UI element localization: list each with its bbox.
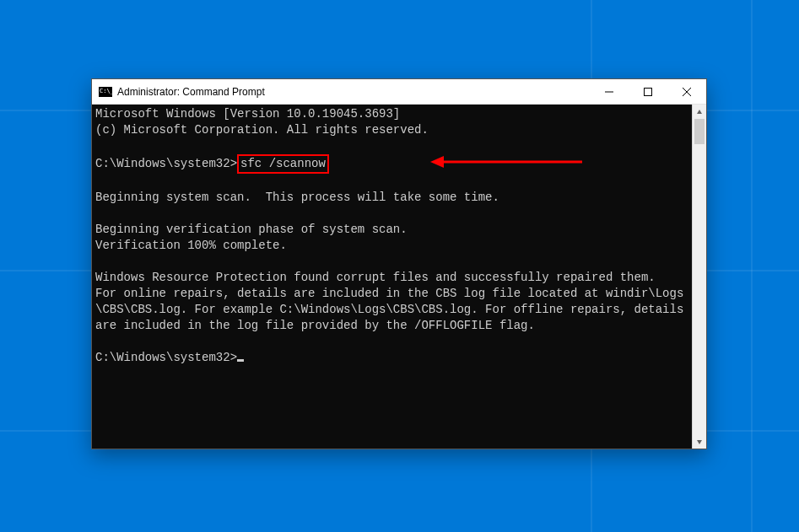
console-line: Beginning system scan. This process will… (95, 191, 499, 204)
vertical-scrollbar[interactable] (692, 105, 706, 449)
annotation-arrow-icon (430, 154, 582, 169)
scroll-track[interactable] (693, 119, 706, 434)
cmd-icon (99, 87, 112, 97)
console-line: For online repairs, details are included… (95, 287, 691, 332)
text-cursor (237, 359, 244, 362)
console-line: Microsoft Windows [Version 10.0.19045.36… (95, 107, 400, 121)
scroll-up-button[interactable] (693, 105, 706, 119)
console-line: (c) Microsoft Corporation. All rights re… (95, 123, 429, 137)
scroll-thumb[interactable] (694, 119, 705, 144)
console-line: Beginning verification phase of system s… (95, 223, 408, 236)
svg-marker-4 (697, 440, 702, 444)
svg-rect-0 (645, 88, 652, 95)
maximize-button[interactable] (629, 79, 667, 104)
console-output[interactable]: Microsoft Windows [Version 10.0.19045.36… (92, 105, 692, 449)
console-prompt: C:\Windows\system32> (95, 351, 237, 364)
console-line: Verification 100% complete. (95, 239, 287, 252)
window-title: Administrator: Command Prompt (117, 86, 590, 98)
svg-marker-2 (430, 156, 444, 168)
scroll-down-button[interactable] (693, 434, 706, 449)
minimize-button[interactable] (590, 79, 629, 104)
console-prompt: C:\Windows\system32> (95, 157, 237, 170)
titlebar[interactable]: Administrator: Command Prompt (92, 79, 706, 105)
console-command: sfc /scannow (240, 157, 326, 170)
console-line: Windows Resource Protection found corrup… (95, 271, 656, 284)
annotation-highlight: sfc /scannow (237, 154, 329, 174)
close-button[interactable] (667, 79, 706, 104)
svg-marker-3 (697, 110, 702, 114)
cmd-window: Administrator: Command Prompt Microsoft … (91, 78, 707, 449)
